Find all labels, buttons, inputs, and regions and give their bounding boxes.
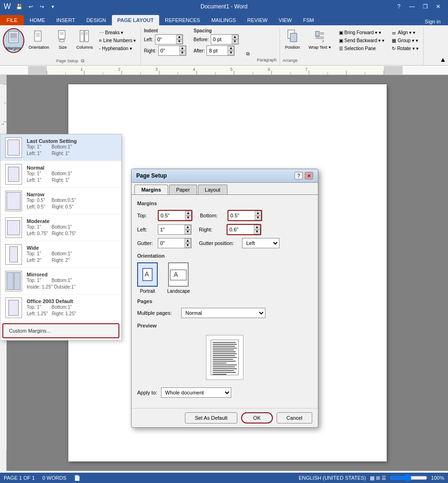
qat-dropdown-button[interactable]: ▾	[48, 2, 58, 11]
dialog-help-button[interactable]: ?	[294, 172, 303, 179]
tab-references[interactable]: REFERENCES	[159, 15, 206, 25]
collapse-ribbon[interactable]: ▲	[438, 27, 448, 65]
right-indent-input[interactable]	[159, 46, 179, 55]
right-margin-input-wrap[interactable]: ▲ ▼	[227, 224, 261, 235]
right-indent-input-wrap[interactable]: ▲ ▼	[158, 45, 186, 56]
left-margin-up[interactable]: ▲	[184, 225, 191, 230]
collapse-icon[interactable]: ▲	[440, 56, 446, 63]
bottom-input-wrap[interactable]: ▲ ▼	[228, 210, 262, 221]
left-indent-input[interactable]	[155, 35, 176, 44]
position-button[interactable]: Position	[283, 28, 302, 51]
after-spinner[interactable]: ▲ ▼	[228, 46, 234, 55]
right-margin-input[interactable]	[228, 225, 254, 234]
left-margin-input-wrap[interactable]: ▲ ▼	[158, 224, 191, 235]
bring-forward-dropdown[interactable]: ▾	[379, 30, 381, 35]
cancel-button[interactable]: Cancel	[277, 412, 312, 424]
wrap-text-button[interactable]: Wrap Text ▾	[306, 28, 333, 51]
close-button[interactable]: ✕	[432, 2, 444, 11]
tab-page-layout[interactable]: PAGE LAYOUT	[112, 15, 160, 25]
before-down[interactable]: ▼	[232, 39, 238, 44]
redo-button[interactable]: ↪	[37, 2, 46, 11]
group-dropdown[interactable]: ▾	[416, 38, 418, 43]
gutter-down[interactable]: ▼	[184, 243, 191, 248]
portrait-option[interactable]: A Portrait	[137, 262, 158, 294]
gutter-pos-select[interactable]: Left Top	[242, 238, 279, 248]
ok-button[interactable]: OK	[241, 412, 273, 424]
left-margin-down[interactable]: ▼	[184, 230, 191, 234]
paragraph-launcher[interactable]: ⧉	[246, 51, 250, 57]
after-input-wrap[interactable]: ▲ ▼	[206, 45, 235, 56]
right-indent-up[interactable]: ▲	[179, 46, 186, 51]
before-spinner[interactable]: ▲ ▼	[232, 35, 238, 44]
restore-button[interactable]: ❐	[419, 2, 431, 11]
tab-view[interactable]: VIEW	[273, 15, 297, 25]
apply-to-select[interactable]: Whole document This point forward	[161, 387, 231, 398]
left-margin-spinner[interactable]: ▲ ▼	[184, 225, 191, 234]
tab-home[interactable]: HOME	[24, 15, 51, 25]
after-input[interactable]	[207, 46, 228, 55]
dialog-tab-paper[interactable]: Paper	[169, 185, 197, 194]
undo-button[interactable]: ↩	[26, 2, 35, 11]
bottom-spinner[interactable]: ▲ ▼	[255, 211, 261, 220]
align-button[interactable]: ⚌ Align ▾ ▾	[390, 29, 420, 36]
page-setup-launcher[interactable]: ⧉	[81, 58, 84, 63]
size-button[interactable]: Size	[53, 28, 72, 51]
tab-design[interactable]: DESIGN	[81, 15, 111, 25]
sign-in[interactable]: Sign in	[421, 18, 444, 25]
top-input[interactable]	[159, 211, 185, 220]
right-margin-spinner[interactable]: ▲ ▼	[254, 225, 260, 234]
send-backward-button[interactable]: ▣ Send Backward ▾ ▾	[337, 37, 387, 44]
tab-fsm[interactable]: FSM	[297, 15, 319, 25]
multiple-pages-select[interactable]: Normal Mirror margins 2 pages per sheet …	[181, 308, 265, 318]
selection-pane-button[interactable]: ☰ Selection Pane	[337, 45, 387, 52]
dialog-tab-margins[interactable]: Margins	[134, 185, 168, 194]
bring-forward-button[interactable]: ▣ Bring Forward ▾ ▾	[337, 29, 387, 36]
gutter-input[interactable]	[158, 238, 184, 248]
tab-review[interactable]: REVIEW	[242, 15, 273, 25]
left-indent-spinner[interactable]: ▲ ▼	[176, 35, 183, 44]
tab-file[interactable]: FILE	[0, 15, 24, 25]
help-button[interactable]: ?	[393, 2, 405, 11]
gutter-input-wrap[interactable]: ▲ ▼	[158, 238, 191, 248]
save-button[interactable]: 💾	[15, 2, 24, 11]
right-indent-spinner[interactable]: ▲ ▼	[179, 46, 186, 55]
tab-insert[interactable]: INSERT	[51, 15, 81, 25]
dialog-close-button[interactable]: ✕	[305, 172, 313, 179]
gutter-spinner[interactable]: ▲ ▼	[184, 238, 191, 248]
before-input[interactable]	[211, 35, 232, 44]
set-default-button[interactable]: Set As Default	[185, 412, 237, 424]
breaks-button[interactable]: ⋯ Breaks ▾	[97, 29, 138, 36]
left-indent-input-wrap[interactable]: ▲ ▼	[155, 34, 183, 45]
send-backward-dropdown[interactable]: ▾	[382, 38, 384, 43]
left-indent-up[interactable]: ▲	[176, 35, 183, 39]
before-input-wrap[interactable]: ▲ ▼	[211, 34, 239, 45]
tab-mailings[interactable]: MAILINGS	[206, 15, 242, 25]
bottom-input[interactable]	[228, 211, 255, 220]
align-dropdown[interactable]: ▾	[413, 30, 415, 35]
margins-button[interactable]: Margins	[3, 28, 24, 53]
gutter-up[interactable]: ▲	[184, 238, 191, 243]
bottom-down[interactable]: ▼	[255, 215, 261, 220]
landscape-option[interactable]: A Landscape	[167, 262, 190, 294]
top-up[interactable]: ▲	[185, 211, 191, 215]
columns-button[interactable]: Columns	[74, 28, 95, 51]
orientation-button[interactable]: Orientation	[26, 28, 51, 51]
right-margin-down[interactable]: ▼	[254, 230, 260, 234]
after-down[interactable]: ▼	[228, 51, 234, 55]
right-indent-down[interactable]: ▼	[179, 51, 186, 55]
dialog-tab-layout[interactable]: Layout	[198, 185, 228, 194]
zoom-slider[interactable]	[390, 474, 427, 482]
rotate-button[interactable]: ↻ Rotate ▾ ▾	[390, 45, 420, 52]
top-input-wrap[interactable]: ▲ ▼	[158, 210, 192, 221]
top-spinner[interactable]: ▲ ▼	[185, 211, 191, 220]
right-margin-up[interactable]: ▲	[254, 225, 260, 230]
bottom-up[interactable]: ▲	[255, 211, 261, 215]
left-indent-down[interactable]: ▼	[176, 39, 183, 44]
group-button[interactable]: ▦ Group ▾ ▾	[390, 37, 420, 44]
hyphenation-button[interactable]: - Hyphenation ▾	[97, 45, 138, 52]
top-down[interactable]: ▼	[185, 215, 191, 220]
before-up[interactable]: ▲	[232, 35, 238, 39]
left-margin-input[interactable]	[158, 225, 184, 234]
rotate-dropdown[interactable]: ▾	[416, 46, 419, 51]
line-numbers-button[interactable]: ≡ Line Numbers ▾	[97, 37, 138, 44]
